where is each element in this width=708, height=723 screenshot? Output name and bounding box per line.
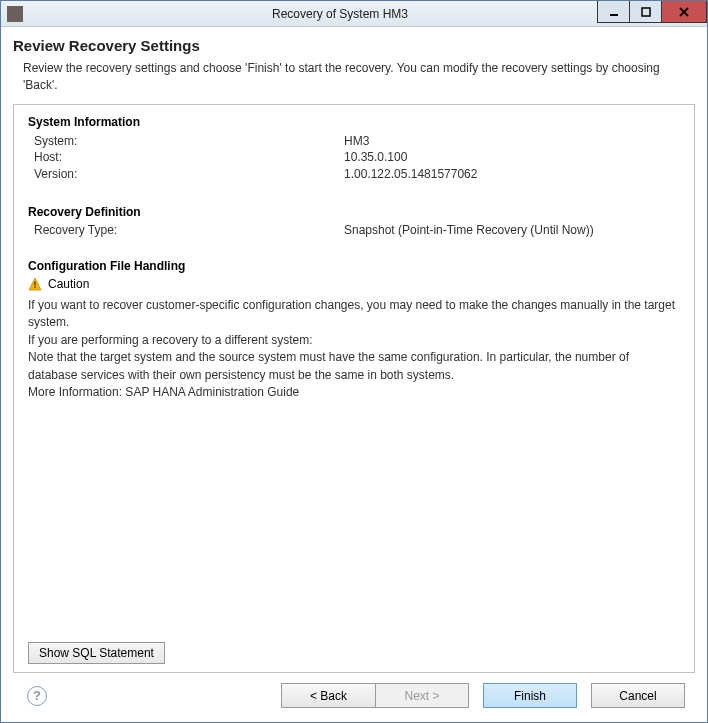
page-title: Review Recovery Settings [13, 37, 695, 54]
show-sql-button[interactable]: Show SQL Statement [28, 642, 165, 664]
version-value: 1.00.122.05.1481577062 [344, 166, 477, 183]
recovery-type-value: Snapshot (Point-in-Time Recovery (Until … [344, 223, 594, 237]
svg-rect-1 [642, 8, 650, 16]
config-text-1: If you want to recover customer-specific… [28, 297, 680, 332]
system-info-table: System: HM3 Host: 10.35.0.100 Version: 1… [34, 133, 680, 183]
system-value: HM3 [344, 133, 369, 150]
minimize-button[interactable] [597, 1, 629, 23]
config-text-3: Note that the target system and the sour… [28, 349, 680, 384]
next-button[interactable]: Next > [375, 683, 469, 708]
recovery-definition-section: Recovery Definition Recovery Type: Snaps… [28, 205, 680, 237]
back-button[interactable]: < Back [281, 683, 375, 708]
wizard-window: Recovery of System HM3 Review Recovery S… [0, 0, 708, 723]
settings-panel: System Information System: HM3 Host: 10.… [13, 104, 695, 673]
cancel-button[interactable]: Cancel [591, 683, 685, 708]
config-text-2: If you are performing a recovery to a di… [28, 332, 680, 349]
svg-rect-6 [34, 286, 35, 288]
host-row: Host: 10.35.0.100 [34, 149, 680, 166]
config-handling-header: Configuration File Handling [28, 259, 680, 273]
caution-label: Caution [48, 277, 89, 291]
window-controls [597, 1, 707, 23]
recovery-type-label: Recovery Type: [34, 223, 344, 237]
config-text-4: More Information: SAP HANA Administratio… [28, 384, 680, 401]
config-handling-section: Configuration File Handling Caution If y… [28, 259, 680, 401]
caution-line: Caution [28, 277, 680, 291]
host-value: 10.35.0.100 [344, 149, 407, 166]
warning-icon [28, 277, 42, 291]
sql-button-row: Show SQL Statement [28, 642, 680, 664]
host-label: Host: [34, 149, 344, 166]
svg-rect-5 [34, 281, 35, 285]
nav-button-group: < Back Next > Finish Cancel [281, 683, 685, 708]
close-button[interactable] [661, 1, 707, 23]
titlebar: Recovery of System HM3 [1, 1, 707, 27]
maximize-button[interactable] [629, 1, 661, 23]
system-label: System: [34, 133, 344, 150]
system-info-header: System Information [28, 115, 680, 129]
finish-button[interactable]: Finish [483, 683, 577, 708]
back-next-pair: < Back Next > [281, 683, 469, 708]
panel-spacer [28, 411, 680, 636]
help-icon[interactable]: ? [27, 686, 47, 706]
version-label: Version: [34, 166, 344, 183]
config-text: If you want to recover customer-specific… [28, 297, 680, 401]
wizard-footer: ? < Back Next > Finish Cancel [13, 673, 695, 714]
svg-rect-0 [610, 14, 618, 16]
page-subtitle: Review the recovery settings and choose … [23, 60, 695, 94]
recovery-def-header: Recovery Definition [28, 205, 680, 219]
version-row: Version: 1.00.122.05.1481577062 [34, 166, 680, 183]
content-area: Review Recovery Settings Review the reco… [1, 27, 707, 722]
system-row: System: HM3 [34, 133, 680, 150]
recovery-type-row: Recovery Type: Snapshot (Point-in-Time R… [34, 223, 680, 237]
